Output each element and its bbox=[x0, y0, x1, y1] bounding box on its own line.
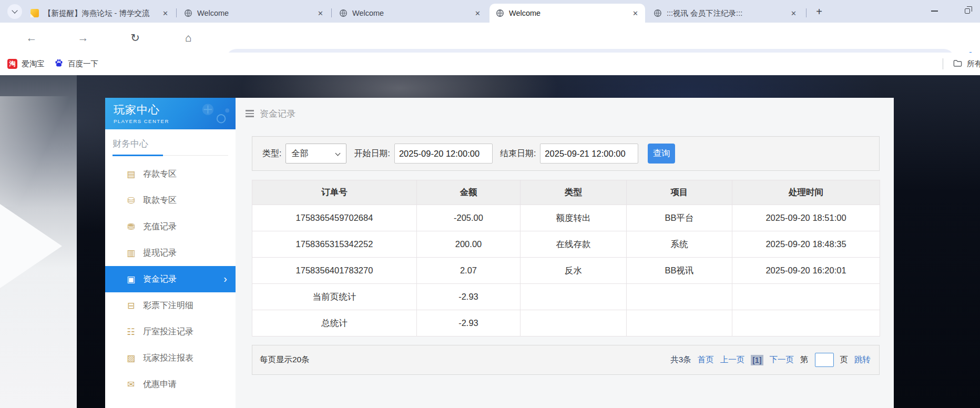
pagination-bar: 每页显示20条 共3条 首页 上一页 [1] 下一页 第 页 跳转 bbox=[252, 345, 880, 375]
prev-page-link[interactable]: 上一页 bbox=[720, 354, 745, 365]
fund-records-table: 订单号 金额 类型 项目 处理时间 1758365459702684 -205.… bbox=[252, 180, 880, 336]
type-select[interactable]: 全部 bbox=[285, 144, 346, 164]
cell-project: BB视讯 bbox=[627, 258, 732, 284]
sidebar-menu: ▤ 存款专区 ⛁ 取款专区 ⛃ 充值记录 ▥ 提现记录 ▣ 资金记录 bbox=[105, 161, 236, 397]
hamburger-icon bbox=[246, 110, 254, 117]
cell-type: 在线存款 bbox=[520, 231, 627, 258]
sidebar-item-promo-apply[interactable]: ✉ 优惠申请 bbox=[105, 371, 236, 397]
jump-link[interactable]: 跳转 bbox=[854, 354, 871, 365]
tab-search-button[interactable] bbox=[7, 4, 22, 19]
cell-order-no: 1758365459702684 bbox=[252, 205, 417, 231]
restore-icon bbox=[965, 8, 970, 14]
sidebar-item-lottery-bet-details[interactable]: ⊟ 彩票下注明细 bbox=[105, 292, 236, 319]
tab-video-records[interactable]: :::视讯 会员下注纪录::: ✕ bbox=[647, 4, 803, 23]
taobao-icon: 淘 bbox=[7, 59, 17, 69]
sidebar-item-label: 厅室投注记录 bbox=[143, 327, 193, 338]
close-icon[interactable]: ✕ bbox=[316, 9, 325, 17]
sidebar-item-label: 玩家投注报表 bbox=[143, 353, 193, 364]
cell-time: 2025-09-20 18:48:35 bbox=[732, 231, 880, 258]
page-number-input[interactable] bbox=[815, 353, 834, 367]
back-button[interactable]: ← bbox=[24, 30, 39, 46]
table-row: 1758365459702684 -205.00 额度转出 BB平台 2025-… bbox=[252, 205, 880, 231]
page-background-right bbox=[894, 75, 980, 408]
bookmarks-bar: 淘 爱淘宝 百度一下 所有书签 bbox=[0, 53, 980, 75]
globe-icon bbox=[184, 9, 192, 17]
sidebar-item-withdraw-records[interactable]: ▥ 提现记录 bbox=[105, 240, 236, 266]
start-date-input[interactable] bbox=[394, 144, 493, 164]
cell-amount: -2.93 bbox=[417, 310, 520, 336]
tab-welcome-2[interactable]: Welcome ✕ bbox=[333, 4, 487, 23]
sidebar-item-withdraw[interactable]: ⛁ 取款专区 bbox=[105, 187, 236, 213]
forward-button[interactable]: → bbox=[75, 30, 91, 46]
cell-project: BB平台 bbox=[627, 205, 732, 231]
cell-time: 2025-09-20 18:51:00 bbox=[732, 205, 880, 231]
restore-button[interactable] bbox=[959, 3, 976, 19]
sidebar-item-label: 取款专区 bbox=[143, 195, 177, 206]
next-page-link[interactable]: 下一页 bbox=[770, 354, 794, 365]
sidebar-item-player-bet-report[interactable]: ▨ 玩家投注报表 bbox=[105, 345, 236, 371]
minimize-button[interactable] bbox=[926, 3, 943, 19]
end-date-input[interactable] bbox=[540, 144, 638, 164]
bookmark-baidu[interactable]: 百度一下 bbox=[54, 57, 98, 71]
close-icon[interactable]: ✕ bbox=[473, 9, 482, 17]
column-header: 订单号 bbox=[252, 180, 417, 205]
search-button[interactable]: 查询 bbox=[648, 144, 675, 164]
cell-time: 2025-09-20 16:20:01 bbox=[732, 258, 880, 284]
tab-title: :::视讯 会员下注纪录::: bbox=[667, 8, 786, 18]
close-icon[interactable]: ✕ bbox=[631, 9, 640, 17]
cell-type: 额度转出 bbox=[520, 205, 627, 231]
sidebar-section-title: 财务中心 bbox=[113, 138, 228, 156]
sidebar-item-label: 优惠申请 bbox=[143, 379, 177, 390]
tab-divider bbox=[331, 8, 332, 17]
sidebar-item-recharge-records[interactable]: ⛃ 充值记录 bbox=[105, 213, 236, 240]
type-select-value: 全部 bbox=[291, 148, 308, 159]
cell-amount: 2.07 bbox=[417, 258, 520, 284]
column-header: 金额 bbox=[417, 180, 520, 205]
cell-label: 总统计 bbox=[252, 310, 417, 336]
cell-amount: 200.00 bbox=[417, 231, 520, 258]
cell-amount: -2.93 bbox=[417, 284, 520, 310]
sidebar-header: 玩家中心 PLAYERS CENTER bbox=[105, 98, 236, 129]
page-title: 资金记录 bbox=[260, 108, 295, 120]
chevron-right-icon: › bbox=[223, 273, 227, 285]
column-header: 类型 bbox=[520, 180, 627, 205]
browser-window: 【新提醒】海燕论坛 - 博学交流 ✕ Welcome ✕ Welcome ✕ W… bbox=[0, 0, 980, 408]
money-bag-icon: ⛃ bbox=[125, 221, 137, 232]
sidebar-item-label: 彩票下注明细 bbox=[143, 300, 193, 311]
current-page-indicator: [1] bbox=[751, 355, 763, 365]
sidebar-item-label: 提现记录 bbox=[143, 248, 177, 259]
grid-list-icon: ☷ bbox=[125, 327, 137, 338]
table-row: 1758365315342252 200.00 在线存款 系统 2025-09-… bbox=[252, 231, 880, 258]
all-bookmarks-button[interactable]: 所有书签 bbox=[953, 57, 980, 71]
new-tab-button[interactable]: + bbox=[812, 5, 826, 18]
sidebar-item-deposit[interactable]: ▤ 存款专区 bbox=[105, 161, 236, 187]
tab-title: Welcome bbox=[197, 9, 313, 17]
wallet-icon: ▥ bbox=[125, 248, 137, 259]
home-button[interactable]: ⌂ bbox=[180, 30, 196, 46]
column-header: 处理时间 bbox=[732, 180, 880, 205]
bookmark-label: 爱淘宝 bbox=[22, 59, 45, 69]
sidebar-item-label: 充值记录 bbox=[143, 221, 177, 232]
first-page-link[interactable]: 首页 bbox=[698, 354, 714, 365]
forum-favicon-icon bbox=[30, 9, 39, 17]
per-page-label: 每页显示20条 bbox=[260, 354, 310, 365]
tab-welcome-1[interactable]: Welcome ✕ bbox=[178, 4, 330, 23]
bookmark-taobao[interactable]: 淘 爱淘宝 bbox=[7, 57, 45, 71]
sidebar-item-room-bet-records[interactable]: ☷ 厅室投注记录 bbox=[105, 319, 236, 345]
gamepad-icon bbox=[199, 101, 231, 128]
page-background-decoration bbox=[0, 75, 77, 408]
table-header-row: 订单号 金额 类型 项目 处理时间 bbox=[252, 180, 880, 205]
close-icon[interactable]: ✕ bbox=[789, 9, 798, 17]
chart-icon: ▨ bbox=[125, 353, 137, 364]
tab-welcome-active[interactable]: Welcome ✕ bbox=[489, 4, 645, 23]
envelope-icon: ✉ bbox=[125, 379, 137, 390]
close-icon[interactable]: ✕ bbox=[161, 9, 170, 17]
sidebar-item-fund-records[interactable]: ▣ 资金记录 › bbox=[105, 266, 236, 292]
globe-icon bbox=[339, 9, 348, 17]
tab-strip: 【新提醒】海燕论坛 - 博学交流 ✕ Welcome ✕ Welcome ✕ W… bbox=[0, 0, 980, 23]
tab-divider bbox=[176, 8, 177, 17]
reload-button[interactable]: ↻ bbox=[127, 30, 143, 46]
tab-divider bbox=[806, 8, 807, 17]
chevron-down-icon bbox=[335, 151, 341, 156]
tab-forum[interactable]: 【新提醒】海燕论坛 - 博学交流 ✕ bbox=[24, 4, 175, 23]
